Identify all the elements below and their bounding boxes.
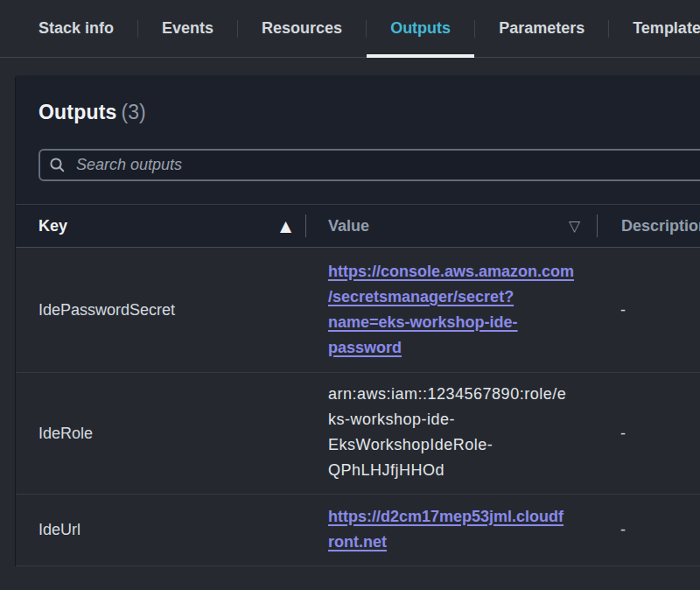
- tab-template[interactable]: Template: [609, 0, 700, 57]
- table-column-header: Key ▲ Value ▽ Description: [16, 204, 700, 248]
- column-header-description[interactable]: Description: [598, 205, 700, 247]
- outputs-panel: Outputs (3) Key ▲ Value ▽ Description Id…: [15, 75, 700, 566]
- outputs-panel-header: Outputs (3): [16, 75, 700, 204]
- table-row: IdeRole arn:aws:iam::1234567890:role/e k…: [16, 373, 700, 495]
- output-value: https://d2cm17mep53jml.cloudf ront.net: [305, 495, 596, 565]
- tab-resources[interactable]: Resources: [238, 0, 366, 57]
- output-value-text: arn:aws:iam::1234567890:role/e ks-worksh…: [328, 385, 566, 479]
- sort-ascending-icon[interactable]: ▲: [280, 219, 291, 234]
- tab-template-label: Template: [633, 19, 700, 38]
- outputs-count: (3): [122, 101, 146, 124]
- column-header-value[interactable]: Value ▽: [306, 205, 597, 247]
- sort-descending-icon[interactable]: ▽: [569, 219, 580, 234]
- output-key: IdePasswordSecret: [16, 301, 305, 320]
- tab-resources-label: Resources: [262, 19, 342, 38]
- output-description: -: [596, 521, 700, 539]
- output-description: -: [596, 301, 700, 320]
- tab-events-label: Events: [162, 19, 214, 38]
- outputs-title: Outputs: [38, 101, 117, 124]
- tab-outputs-label: Outputs: [390, 19, 451, 38]
- output-value: arn:aws:iam::1234567890:role/e ks-worksh…: [305, 373, 596, 494]
- output-value-link[interactable]: https://d2cm17mep53jml.cloudf ront.net: [328, 508, 564, 551]
- tab-parameters-label: Parameters: [499, 19, 584, 38]
- tab-outputs[interactable]: Outputs: [367, 0, 474, 57]
- tab-parameters[interactable]: Parameters: [475, 0, 608, 57]
- table-row: IdePasswordSecret https://console.aws.am…: [16, 248, 700, 373]
- output-value-link[interactable]: https://console.aws.amazon.com /secretsm…: [328, 263, 574, 356]
- search-outputs-box[interactable]: [38, 149, 700, 181]
- tab-stack-info-label: Stack info: [38, 19, 114, 38]
- search-outputs-input[interactable]: [76, 156, 700, 174]
- outputs-table-body: IdePasswordSecret https://console.aws.am…: [16, 248, 700, 566]
- column-header-key[interactable]: Key ▲: [16, 205, 305, 247]
- output-key: IdeRole: [16, 425, 305, 443]
- table-row: IdeUrl https://d2cm17mep53jml.cloudf ron…: [16, 495, 700, 566]
- output-key: IdeUrl: [16, 521, 305, 539]
- tab-stack-info[interactable]: Stack info: [15, 0, 137, 57]
- search-icon: [49, 157, 66, 173]
- column-key-label: Key: [38, 217, 67, 235]
- column-value-label: Value: [328, 217, 369, 235]
- output-description: -: [596, 425, 700, 443]
- stack-detail-tabs: Stack info Events Resources Outputs Para…: [0, 0, 700, 58]
- output-value: https://console.aws.amazon.com /secretsm…: [305, 248, 596, 372]
- tab-events[interactable]: Events: [138, 0, 237, 57]
- column-description-label: Description: [621, 217, 700, 235]
- outputs-title-row: Outputs (3): [38, 101, 700, 124]
